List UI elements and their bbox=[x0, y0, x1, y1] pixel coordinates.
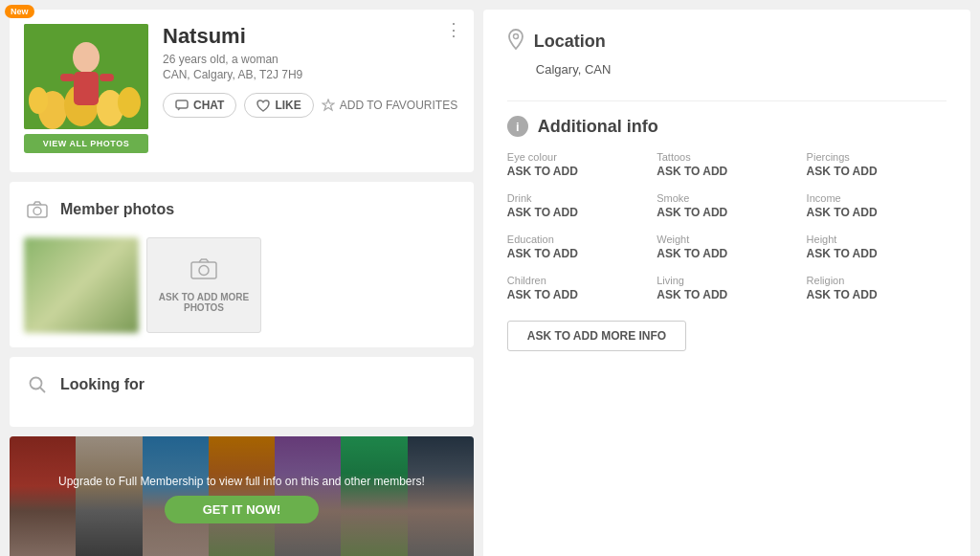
looking-for-header: Looking for bbox=[24, 371, 459, 398]
svg-rect-7 bbox=[74, 72, 99, 105]
profile-info: Natsumi 26 years old, a woman CAN, Calga… bbox=[163, 24, 459, 118]
info-grid: Eye colourASK TO ADDTattoosASK TO ADDPie… bbox=[507, 151, 947, 301]
photo-thumbnail bbox=[24, 237, 139, 333]
photos-grid: ASK TO ADD MOREPHOTOS bbox=[24, 237, 459, 333]
chat-icon bbox=[175, 100, 189, 111]
svg-point-4 bbox=[118, 87, 141, 118]
looking-for-card: Looking for bbox=[10, 357, 474, 427]
member-photos-title: Member photos bbox=[60, 201, 174, 218]
additional-info-title: Additional info bbox=[538, 117, 658, 137]
more-options-button[interactable]: ⋮ bbox=[445, 21, 462, 38]
location-section: Location Calgary, CAN bbox=[507, 29, 947, 77]
new-badge: New bbox=[5, 5, 34, 18]
info-field-label: Height bbox=[807, 234, 947, 245]
info-field-value: ASK TO ADD bbox=[807, 206, 947, 219]
info-item: ReligionASK TO ADD bbox=[807, 275, 947, 301]
info-field-label: Children bbox=[507, 275, 647, 286]
upgrade-overlay: Upgrade to Full Membership to view full … bbox=[10, 436, 474, 556]
info-item: LivingASK TO ADD bbox=[657, 275, 796, 301]
info-field-label: Religion bbox=[807, 275, 947, 286]
right-panel: Location Calgary, CAN i Additional info … bbox=[483, 10, 970, 556]
profile-photo-container: VIEW ALL PHOTOS bbox=[24, 24, 148, 158]
info-field-label: Weight bbox=[657, 234, 796, 245]
camera-icon bbox=[24, 196, 51, 223]
svg-point-5 bbox=[29, 87, 48, 114]
additional-info-section: i Additional info Eye colourASK TO ADDTa… bbox=[507, 116, 947, 351]
search-icon bbox=[24, 371, 51, 398]
info-field-label: Piercings bbox=[807, 151, 947, 163]
info-field-value: ASK TO ADD bbox=[657, 206, 796, 219]
profile-location-text: CAN, Calgary, AB, T2J 7H9 bbox=[163, 68, 459, 81]
info-field-value: ASK TO ADD bbox=[507, 288, 647, 301]
info-field-label: Living bbox=[657, 275, 796, 286]
info-field-value: ASK TO ADD bbox=[657, 288, 796, 301]
profile-name: Natsumi bbox=[163, 24, 459, 49]
info-item: TattoosASK TO ADD bbox=[657, 151, 796, 178]
view-all-photos-button[interactable]: VIEW ALL PHOTOS bbox=[24, 134, 148, 153]
location-title: Location bbox=[534, 32, 606, 52]
profile-card: New ⋮ VIEW ALL PHOTOS bbox=[10, 10, 474, 172]
upgrade-text: Upgrade to Full Membership to view full … bbox=[58, 475, 425, 488]
svg-point-6 bbox=[73, 42, 100, 73]
info-item: DrinkASK TO ADD bbox=[507, 192, 647, 219]
add-to-favourites-button[interactable]: ADD TO FAVOURITES bbox=[322, 99, 457, 112]
info-field-value: ASK TO ADD bbox=[507, 247, 647, 260]
info-item: SmokeASK TO ADD bbox=[657, 192, 796, 219]
location-pin-icon bbox=[507, 29, 524, 55]
info-item: IncomeASK TO ADD bbox=[807, 192, 947, 219]
get-it-now-button[interactable]: GET IT NOW! bbox=[165, 496, 320, 523]
ask-more-info-button[interactable]: ASK TO ADD MORE INFO bbox=[507, 321, 686, 351]
info-field-value: ASK TO ADD bbox=[807, 165, 947, 178]
info-field-label: Tattoos bbox=[657, 151, 796, 163]
info-field-value: ASK TO ADD bbox=[507, 165, 647, 178]
info-item: EducationASK TO ADD bbox=[507, 234, 647, 260]
info-item: ChildrenASK TO ADD bbox=[507, 275, 647, 301]
info-field-label: Eye colour bbox=[507, 151, 647, 163]
info-item: PiercingsASK TO ADD bbox=[807, 151, 947, 178]
svg-rect-9 bbox=[100, 74, 114, 81]
info-field-value: ASK TO ADD bbox=[807, 288, 947, 301]
profile-photo bbox=[24, 24, 148, 129]
chat-label: CHAT bbox=[193, 99, 224, 112]
add-camera-icon bbox=[190, 257, 217, 286]
info-field-label: Drink bbox=[507, 192, 647, 204]
add-more-label: ASK TO ADD MOREPHOTOS bbox=[159, 292, 249, 313]
svg-rect-13 bbox=[191, 262, 216, 278]
svg-point-17 bbox=[513, 34, 518, 39]
location-value: Calgary, CAN bbox=[507, 62, 947, 77]
info-item: Eye colourASK TO ADD bbox=[507, 151, 647, 178]
divider bbox=[507, 100, 947, 101]
svg-point-12 bbox=[33, 208, 41, 215]
upgrade-banner: Upgrade to Full Membership to view full … bbox=[10, 436, 474, 556]
info-field-label: Education bbox=[507, 234, 647, 245]
add-fav-label: ADD TO FAVOURITES bbox=[340, 99, 457, 112]
profile-actions: CHAT LIKE ADD TO FAVOURITES bbox=[163, 93, 459, 118]
left-panel: New ⋮ VIEW ALL PHOTOS bbox=[0, 0, 483, 556]
like-label: LIKE bbox=[275, 99, 301, 112]
info-field-value: ASK TO ADD bbox=[657, 247, 796, 260]
svg-rect-8 bbox=[60, 74, 75, 81]
info-item: WeightASK TO ADD bbox=[657, 234, 796, 260]
profile-age: 26 years old, a woman bbox=[163, 53, 459, 66]
info-icon: i bbox=[507, 116, 528, 137]
info-field-label: Smoke bbox=[657, 192, 796, 204]
star-icon bbox=[322, 99, 335, 112]
member-photos-header: Member photos bbox=[24, 196, 459, 223]
chat-button[interactable]: CHAT bbox=[163, 93, 236, 118]
svg-point-15 bbox=[31, 378, 42, 389]
location-header: Location bbox=[507, 29, 947, 55]
info-field-label: Income bbox=[807, 192, 947, 204]
info-field-value: ASK TO ADD bbox=[807, 247, 947, 260]
add-more-photos-button[interactable]: ASK TO ADD MOREPHOTOS bbox=[146, 237, 261, 333]
info-field-value: ASK TO ADD bbox=[507, 206, 647, 219]
like-button[interactable]: LIKE bbox=[244, 93, 313, 118]
info-field-value: ASK TO ADD bbox=[657, 165, 796, 178]
svg-rect-10 bbox=[176, 100, 188, 108]
additional-info-header: i Additional info bbox=[507, 116, 947, 137]
member-photos-card: Member photos ASK TO ADD MOREPHOTOS bbox=[10, 182, 474, 347]
svg-line-16 bbox=[40, 388, 45, 392]
looking-for-title: Looking for bbox=[60, 376, 145, 393]
info-item: HeightASK TO ADD bbox=[807, 234, 947, 260]
heart-icon bbox=[256, 100, 270, 112]
svg-point-14 bbox=[199, 266, 209, 276]
